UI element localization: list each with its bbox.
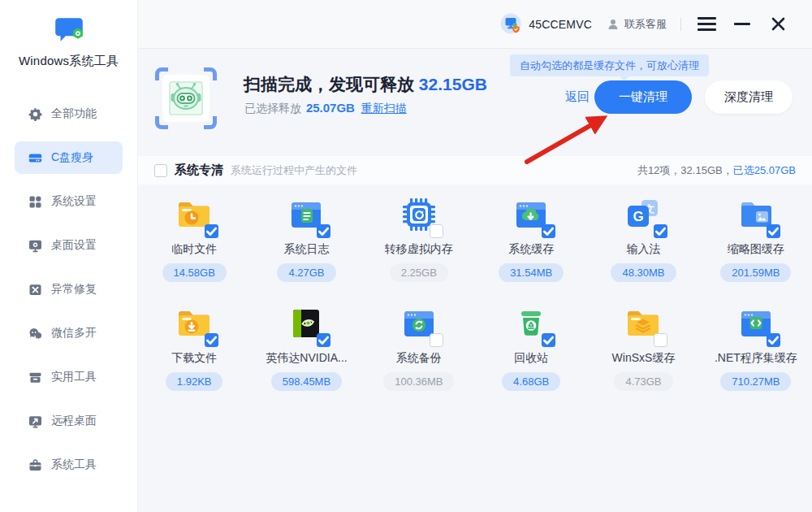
item-label: 转移虚拟内存 (385, 242, 453, 257)
scan-robot-icon (154, 67, 218, 130)
sidebar-item-remote-desktop[interactable]: 远程桌面 (0, 399, 137, 443)
item-checkbox[interactable] (542, 333, 555, 347)
user-account[interactable]: 45CCEMVC (500, 13, 592, 35)
item-size-badge: 201.59MB (720, 263, 791, 282)
item-checkbox[interactable] (317, 224, 330, 238)
briefcase-icon (28, 458, 42, 472)
sidebar-item-c-drive-slim[interactable]: C盘瘦身 (0, 136, 137, 180)
minimize-icon (734, 23, 750, 26)
minimize-button[interactable] (731, 13, 754, 36)
person-icon (607, 18, 620, 31)
sidebar-item-system-tools[interactable]: 系统工具 (0, 443, 137, 487)
cleanup-item[interactable]: 回收站 4.68GB (475, 304, 587, 391)
item-label: 下载文件 (171, 351, 217, 366)
utility-icon (28, 371, 42, 384)
item-label: .NET程序集缓存 (715, 351, 797, 366)
item-checkbox[interactable] (654, 224, 667, 238)
item-size-badge: 2.25GB (390, 263, 448, 282)
cleanup-item[interactable]: 转移虚拟内存 2.25GB (363, 195, 475, 282)
svg-text:G: G (633, 209, 644, 224)
repair-icon (28, 283, 42, 297)
section-checkbox[interactable] (154, 164, 167, 177)
item-label: 输入法 (626, 242, 660, 257)
sidebar-item-error-repair[interactable]: 异常修复 (0, 267, 137, 311)
cleanup-item[interactable]: 英伟达NVIDIA... 598.45MB (250, 304, 362, 391)
item-size-badge: 100.36MB (383, 372, 454, 391)
item-label: 系统日志 (283, 242, 329, 257)
section-stats: 共12项，32.15GB，已选25.07GB (637, 163, 796, 178)
window-titlebar: 45CCEMVC 联系客服 (138, 0, 812, 49)
item-checkbox[interactable] (430, 224, 443, 238)
selected-size: 25.07GB (306, 101, 355, 115)
cleanup-item[interactable]: .NET程序集缓存 710.27MB (700, 304, 812, 391)
item-size-badge: 4.68GB (502, 372, 560, 391)
user-id: 45CCEMVC (529, 18, 592, 31)
cleanup-item[interactable]: 文G 输入法 48.30MB (587, 195, 699, 282)
app-title: Windows系统工具 (0, 54, 137, 69)
item-label: WinSxS缓存 (612, 351, 676, 366)
item-label: 系统缓存 (508, 242, 554, 257)
item-checkbox[interactable] (542, 224, 555, 238)
cleanup-item[interactable]: 系统缓存 31.54MB (475, 195, 587, 282)
cleanup-items-grid: 临时文件 14.58GB 系统日志 4.27GB 转移虚拟内存 2.25GB 系… (138, 195, 812, 391)
sidebar-item-desktop-settings[interactable]: 桌面设置 (0, 223, 137, 267)
item-checkbox[interactable] (430, 333, 443, 347)
item-size-badge: 710.27MB (720, 372, 791, 391)
back-button[interactable]: 返回 (559, 80, 596, 113)
item-checkbox[interactable] (205, 333, 218, 347)
sidebar-item-system-settings[interactable]: 系统设置 (0, 180, 137, 223)
item-label: 英伟达NVIDIA... (266, 351, 347, 366)
app-logo-block: Windows系统工具 (0, 0, 137, 69)
menu-button[interactable] (695, 13, 718, 36)
item-checkbox[interactable] (205, 224, 218, 238)
item-checkbox[interactable] (654, 333, 667, 347)
item-checkbox[interactable] (767, 333, 780, 347)
cleanup-item[interactable]: 缩略图缓存 201.59MB (700, 195, 812, 282)
remote-icon (28, 414, 42, 428)
content-area: 自动勾选的都是缓存文件，可放心清理 扫描完成，发现可释放 32.15GB 已选择… (138, 49, 812, 512)
desktop-icon (28, 239, 42, 253)
item-size-badge: 4.73GB (614, 372, 672, 391)
close-icon (771, 17, 785, 31)
section-title: 系统专清 (175, 163, 223, 178)
close-button[interactable] (767, 13, 789, 36)
item-label: 缩略图缓存 (728, 242, 784, 257)
scan-result-title: 扫描完成，发现可释放 32.15GB (244, 73, 487, 96)
item-size-badge: 48.30MB (611, 263, 676, 282)
item-label: 回收站 (514, 351, 548, 366)
sidebar-item-all-features[interactable]: 全部功能 (0, 92, 137, 136)
item-size-badge: 14.58GB (162, 263, 227, 282)
item-checkbox[interactable] (767, 224, 780, 238)
cleanup-item[interactable]: 系统备份 100.36MB (363, 304, 475, 391)
cleanup-item[interactable]: 临时文件 14.58GB (138, 195, 250, 282)
found-size: 32.15GB (419, 75, 487, 93)
auto-select-tooltip: 自动勾选的都是缓存文件，可放心清理 (510, 54, 709, 76)
item-size-badge: 4.27GB (277, 263, 335, 282)
main-area: 45CCEMVC 联系客服 (138, 0, 812, 512)
user-avatar (500, 13, 522, 35)
wechat-icon (28, 327, 42, 341)
item-checkbox[interactable] (317, 333, 330, 347)
cleanup-item[interactable]: WinSxS缓存 4.73GB (587, 304, 699, 391)
sidebar-item-utilities[interactable]: 实用工具 (0, 355, 137, 399)
sidebar: Windows系统工具 全部功能 C盘瘦身 系统设置 桌面设置 异常修复 (0, 0, 138, 512)
cleanup-item[interactable]: 系统日志 4.27GB (250, 195, 362, 282)
deep-clean-button[interactable]: 深度清理 (705, 80, 793, 114)
item-size-badge: 31.54MB (499, 263, 564, 282)
item-label: 系统备份 (396, 351, 442, 366)
contact-support-button[interactable]: 联系客服 (607, 17, 667, 32)
apps-icon (28, 195, 42, 209)
one-click-clean-button[interactable]: 一键清理 (594, 80, 692, 114)
item-size-badge: 1.92KB (166, 372, 223, 391)
gear-icon (28, 107, 42, 121)
drive-icon (28, 151, 42, 165)
scan-result-subtitle: 已选择释放 25.07GB 重新扫描 (244, 101, 407, 116)
section-header: 系统专清 系统运行过程中产生的文件 共12项，32.15GB，已选25.07GB (138, 156, 812, 184)
selected-stats: 已选25.07GB (733, 164, 796, 176)
rescan-link[interactable]: 重新扫描 (361, 102, 407, 115)
sidebar-item-wechat-multi[interactable]: 微信多开 (0, 311, 137, 355)
titlebar-divider (680, 18, 681, 31)
cleanup-item[interactable]: 下载文件 1.92KB (138, 304, 250, 391)
hamburger-icon (698, 17, 716, 31)
item-label: 临时文件 (171, 242, 217, 257)
